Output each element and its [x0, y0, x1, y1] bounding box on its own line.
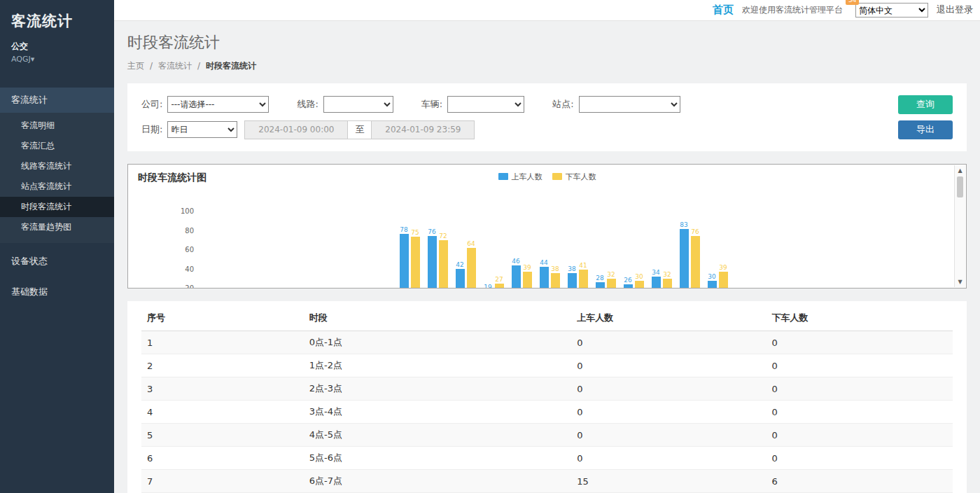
- table-header-row: 序号 时段 上车人数 下车人数: [141, 304, 953, 331]
- date-preset-select[interactable]: 昨日: [167, 121, 237, 138]
- bar-value-label: 44: [540, 259, 547, 266]
- sidebar-item[interactable]: 时段客流统计: [0, 197, 114, 217]
- main-area: 首页 欢迎使用客流统计管理平台 34 简体中文 退出登录 时段客流统计 主页 /…: [114, 0, 980, 493]
- date-end-input[interactable]: [371, 120, 475, 139]
- table-cell: 15: [571, 470, 766, 493]
- chart-scrollbar[interactable]: ▲ ▼: [954, 165, 965, 287]
- table-cell: 0: [571, 424, 766, 447]
- legend-item[interactable]: 下车人数: [552, 172, 596, 182]
- bar-group: 000点-1点: [200, 202, 227, 289]
- home-link[interactable]: 首页: [713, 4, 734, 17]
- language-select[interactable]: 简体中文: [855, 3, 928, 18]
- y-tick-label: 20: [185, 284, 194, 289]
- bar-value-label: 34: [652, 269, 659, 276]
- bar-group: 42649点-10点: [451, 202, 479, 289]
- bar[interactable]: [456, 269, 465, 289]
- bar[interactable]: [652, 277, 661, 289]
- sidebar-item[interactable]: 站点客流统计: [0, 176, 114, 197]
- table-row: 43点-4点00: [141, 401, 953, 424]
- th-boarding: 上车人数: [571, 304, 766, 331]
- bar-group: 78757点-8点: [396, 202, 424, 289]
- bar[interactable]: [551, 273, 560, 289]
- bar-group: 0019点-20点: [732, 202, 760, 289]
- vehicle-filter: 车辆:: [421, 96, 524, 113]
- page-title: 时段客流统计: [127, 32, 967, 53]
- bar-group: 002点-3点: [255, 202, 284, 289]
- bar[interactable]: [624, 284, 633, 289]
- bar-group: 0023点-24点: [844, 202, 872, 289]
- chart-legend: 上车人数下车人数: [498, 172, 596, 182]
- bar[interactable]: [719, 272, 728, 289]
- bar-value-label: 76: [428, 228, 435, 235]
- chart-body: 020406080100 000点-1点001点-2点002点-3点003点-4…: [173, 202, 956, 289]
- station-select[interactable]: [579, 96, 680, 113]
- sidebar-section-passenger-stats[interactable]: 客流统计: [0, 88, 114, 113]
- welcome-text: 欢迎使用客流统计管理平台: [742, 4, 843, 16]
- query-button[interactable]: 查询: [898, 95, 953, 114]
- bar-value-label: 28: [596, 275, 603, 282]
- bar[interactable]: [428, 236, 437, 289]
- filter-row-1: 公司: ---请选择--- 线路: 车辆: 站点: 查询: [141, 95, 953, 114]
- bar-group: 463911点-12点: [507, 202, 536, 289]
- bar[interactable]: [691, 236, 700, 289]
- sidebar-item[interactable]: 客流明细: [0, 116, 114, 136]
- sidebar-item[interactable]: 线路客流统计: [0, 156, 114, 176]
- line-label: 线路:: [297, 98, 318, 111]
- bar-value-label: 46: [512, 258, 519, 265]
- bar-value-label: 78: [400, 226, 407, 233]
- bar-value-label: 83: [680, 221, 687, 228]
- bar-group: 76728点-9点: [424, 202, 451, 289]
- date-start-input[interactable]: [244, 120, 348, 139]
- profile-user-dropdown[interactable]: AQGJ▾: [11, 55, 103, 64]
- table-row: 21点-2点00: [141, 354, 953, 377]
- sidebar-item[interactable]: 客流量趋势图: [0, 217, 114, 237]
- bar[interactable]: [495, 284, 504, 289]
- bar-group: 263015点-16点: [620, 202, 648, 289]
- notification-badge[interactable]: 34: [846, 0, 859, 5]
- bar-value-label: 76: [691, 228, 699, 235]
- table-cell: 3点-4点: [304, 401, 571, 424]
- bar[interactable]: [607, 279, 616, 289]
- table-row: 10点-1点00: [141, 331, 953, 354]
- line-select[interactable]: [323, 96, 393, 113]
- bar[interactable]: [708, 281, 717, 289]
- bar[interactable]: [411, 237, 420, 289]
- table-cell: 0: [571, 377, 766, 401]
- sidebar-section-basic-data[interactable]: 基础数据: [0, 279, 114, 305]
- bar[interactable]: [400, 234, 409, 289]
- export-button[interactable]: 导出: [898, 120, 953, 139]
- sidebar-section-device-status[interactable]: 设备状态: [0, 249, 114, 274]
- breadcrumb-passenger-stats[interactable]: 客流统计: [158, 60, 192, 72]
- bar[interactable]: [579, 270, 588, 289]
- company-select[interactable]: ---请选择---: [167, 96, 269, 113]
- scrollbar-down-icon[interactable]: ▼: [955, 279, 965, 285]
- bar-group: 1566点-7点: [368, 202, 396, 289]
- bar[interactable]: [596, 282, 605, 289]
- breadcrumb-home[interactable]: 主页: [127, 60, 144, 72]
- sidebar-item[interactable]: 客流汇总: [0, 136, 114, 156]
- bar[interactable]: [523, 272, 532, 289]
- bar[interactable]: [439, 240, 448, 289]
- scrollbar-thumb[interactable]: [957, 176, 963, 197]
- breadcrumb: 主页 / 客流统计 / 时段客流统计: [127, 60, 967, 72]
- bar[interactable]: [540, 267, 549, 289]
- table-cell: 0: [766, 401, 953, 424]
- logout-link[interactable]: 退出登录: [937, 4, 974, 16]
- date-range-separator: 至: [348, 120, 371, 139]
- legend-swatch-icon: [498, 173, 508, 180]
- bar[interactable]: [663, 279, 672, 289]
- submenu-passenger-stats: 客流明细客流汇总线路客流统计站点客流统计时段客流统计客流量趋势图: [0, 113, 114, 243]
- scrollbar-up-icon[interactable]: ▲: [955, 167, 965, 174]
- th-alighting: 下车人数: [766, 304, 953, 331]
- legend-item[interactable]: 上车人数: [498, 172, 542, 182]
- line-filter: 线路:: [297, 96, 393, 113]
- bar[interactable]: [680, 229, 689, 289]
- vehicle-select[interactable]: [447, 96, 524, 113]
- bar[interactable]: [512, 265, 521, 289]
- bar[interactable]: [635, 281, 644, 289]
- station-label: 站点:: [552, 98, 573, 111]
- topbar: 首页 欢迎使用客流统计管理平台 34 简体中文 退出登录: [114, 0, 980, 21]
- bar[interactable]: [568, 273, 577, 289]
- table-cell: 0点-1点: [304, 331, 571, 354]
- bar[interactable]: [467, 248, 476, 289]
